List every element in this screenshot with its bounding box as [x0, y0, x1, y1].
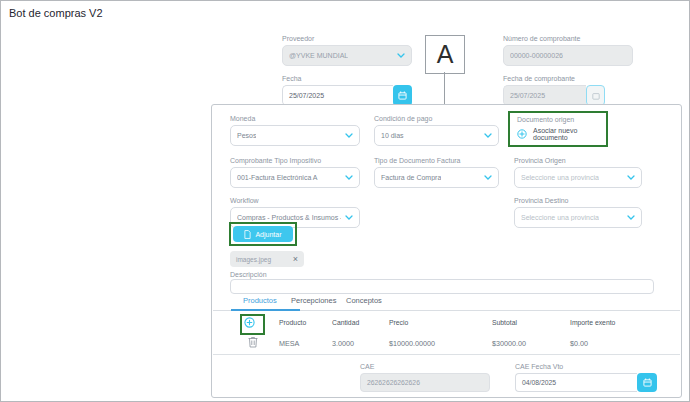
adjuntar-button[interactable]: Adjuntar — [233, 226, 293, 242]
asociar-documento-link[interactable]: Asociar nuevo documento — [517, 127, 606, 141]
cae-input[interactable]: 26262626262626 — [360, 373, 490, 392]
add-product-button[interactable] — [244, 317, 255, 328]
fecha-calendar-button[interactable] — [393, 85, 412, 106]
cae-fecha-vto-input[interactable]: 04/08/2025 — [515, 373, 637, 392]
chevron-down-icon — [484, 175, 492, 180]
proveedor-select[interactable]: @YVKE MUNDIAL — [282, 45, 412, 66]
provincia-origen-label: Provincia Origen — [514, 157, 642, 164]
fecha-comprobante-label: Fecha de comprobante — [503, 75, 605, 82]
cae-field-group: CAE 26262626262626 — [360, 363, 490, 392]
chevron-down-icon — [345, 215, 353, 220]
table-row-divider — [213, 354, 680, 355]
cell-subtotal: $30000.00 — [492, 339, 526, 348]
tab-percepciones[interactable]: Percepciones — [291, 296, 336, 305]
tipo-documento-label: Tipo de Documento Factura — [374, 157, 499, 164]
numero-comprobante-value: 00000-00000026 — [510, 52, 563, 59]
asociar-documento-label: Asociar nuevo documento — [533, 127, 606, 141]
active-tab-underline — [231, 309, 300, 311]
comprobante-tipo-select[interactable]: 001-Factura Electrónica A — [230, 167, 360, 188]
calendar-icon — [398, 91, 407, 100]
provincia-origen-select[interactable]: Seleccione una provincia — [514, 167, 642, 188]
fecha-comprobante-field-group: Fecha de comprobante 25/07/2025 — [503, 75, 605, 106]
chevron-down-icon — [627, 175, 635, 180]
condicion-pago-label: Condición de pago — [374, 115, 499, 122]
annotation-connector-line — [444, 72, 445, 104]
workflow-label: Workflow — [230, 197, 360, 204]
tab-productos[interactable]: Productos — [243, 296, 277, 305]
tipo-documento-select[interactable]: Factura de Compra — [374, 167, 499, 188]
tipo-documento-value: Factura de Compra — [381, 174, 441, 181]
comprobante-tipo-value: 001-Factura Electrónica A — [237, 174, 318, 181]
proveedor-field-group: Proveedor @YVKE MUNDIAL — [282, 35, 412, 66]
delete-row-button[interactable] — [248, 336, 258, 348]
provincia-destino-select[interactable]: Seleccione una provincia — [514, 207, 642, 228]
condicion-pago-value: 10 dias — [381, 132, 404, 139]
adjuntar-button-label: Adjuntar — [255, 231, 281, 238]
trash-icon — [248, 336, 258, 348]
detail-panel: Moneda Pesos Condición de pago 10 dias D… — [211, 104, 682, 398]
tipo-documento-field-group: Tipo de Documento Factura Factura de Com… — [374, 157, 499, 188]
col-header-cantidad: Cantidad — [332, 319, 359, 326]
fecha-label: Fecha — [282, 75, 412, 82]
fecha-field-group: Fecha 25/07/2025 — [282, 75, 412, 106]
fecha-comprobante-calendar-button[interactable] — [586, 85, 605, 106]
cae-fecha-vto-value: 04/08/2025 — [522, 379, 556, 386]
numero-comprobante-field-group: Número de comprobante 00000-00000026 — [503, 35, 633, 66]
col-header-importe-exento: Importe exento — [570, 319, 615, 326]
numero-comprobante-input[interactable]: 00000-00000026 — [503, 45, 633, 66]
provincia-destino-label: Provincia Destino — [514, 197, 642, 204]
cae-fecha-vto-calendar-button[interactable] — [637, 373, 657, 392]
plus-circle-icon — [244, 317, 255, 328]
descripcion-label: Descripción — [230, 271, 267, 278]
cell-producto: MESA — [279, 339, 299, 348]
calendar-icon — [643, 378, 652, 387]
documento-origen-highlight-box: Documento origen Asociar nuevo documento — [508, 111, 608, 147]
col-header-producto: Producto — [279, 319, 306, 326]
chevron-down-icon — [345, 133, 353, 138]
tab-bar: Productos Percepciones Conceptos — [213, 293, 680, 311]
chevron-down-icon — [627, 215, 635, 220]
moneda-value: Pesos — [237, 132, 256, 139]
comprobante-tipo-label: Comprobante Tipo Impositivo — [230, 157, 360, 164]
fecha-comprobante-value: 25/07/2025 — [510, 92, 545, 99]
file-icon — [244, 230, 251, 239]
calendar-icon — [592, 92, 600, 100]
provincia-origen-field-group: Provincia Origen Seleccione una provinci… — [514, 157, 642, 188]
annotation-letter: A — [437, 40, 454, 69]
provincia-destino-field-group: Provincia Destino Seleccione una provinc… — [514, 197, 642, 228]
provincia-origen-placeholder: Seleccione una provincia — [521, 174, 599, 181]
condicion-pago-select[interactable]: 10 dias — [374, 125, 499, 146]
condicion-pago-field-group: Condición de pago 10 dias — [374, 115, 499, 146]
moneda-label: Moneda — [230, 115, 360, 122]
annotation-marker-a: A — [425, 35, 465, 74]
fecha-value: 25/07/2025 — [289, 92, 324, 99]
provincia-destino-placeholder: Seleccione una provincia — [521, 214, 599, 221]
chevron-down-icon — [484, 133, 492, 138]
cell-precio: $10000.00000 — [389, 339, 435, 348]
col-header-subtotal: Subtotal — [492, 319, 517, 326]
attachment-chip: images.jpeg × — [230, 251, 304, 267]
moneda-field-group: Moneda Pesos — [230, 115, 360, 146]
proveedor-value: @YVKE MUNDIAL — [289, 52, 348, 59]
comprobante-tipo-field-group: Comprobante Tipo Impositivo 001-Factura … — [230, 157, 360, 188]
numero-comprobante-label: Número de comprobante — [503, 35, 633, 42]
remove-attachment-icon[interactable]: × — [293, 255, 298, 264]
workflow-value: Compras - Productos & Insumos - ... — [237, 214, 341, 221]
proveedor-label: Proveedor — [282, 35, 412, 42]
plus-circle-icon — [517, 129, 527, 139]
bot-compras-window: Bot de compras V2 Proveedor @YVKE MUNDIA… — [0, 0, 690, 402]
fecha-input[interactable]: 25/07/2025 — [282, 85, 393, 106]
cell-importe-exento: $0.00 — [570, 339, 588, 348]
cell-cantidad: 3.0000 — [332, 339, 354, 348]
cae-label: CAE — [360, 363, 490, 370]
chevron-down-icon — [345, 175, 353, 180]
moneda-select[interactable]: Pesos — [230, 125, 360, 146]
page-title: Bot de compras V2 — [9, 7, 103, 19]
descripcion-input[interactable] — [230, 279, 654, 294]
tab-conceptos[interactable]: Conceptos — [346, 296, 382, 305]
documento-origen-label: Documento origen — [517, 116, 606, 123]
attachment-filename: images.jpeg — [236, 256, 271, 263]
fecha-comprobante-input[interactable]: 25/07/2025 — [503, 85, 586, 106]
chevron-down-icon — [397, 53, 405, 58]
cae-value: 26262626262626 — [367, 379, 420, 386]
